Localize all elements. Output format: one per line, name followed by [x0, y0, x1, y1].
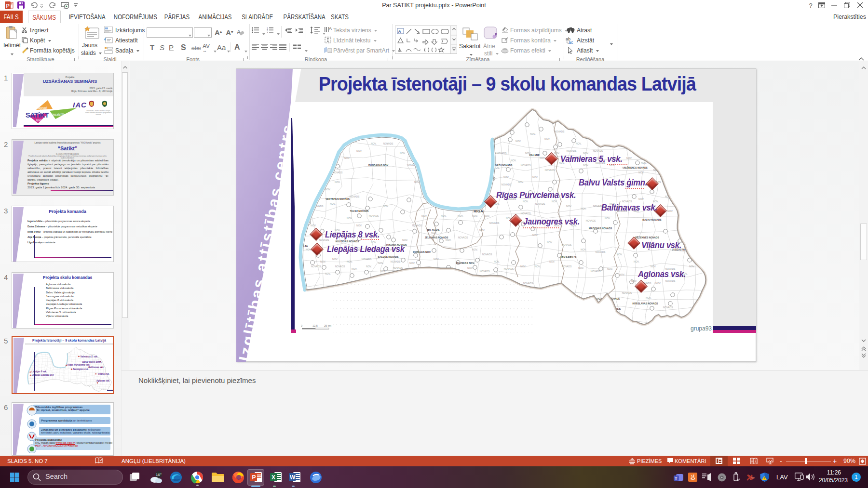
svg-text:NOVADS: NOVADS — [391, 260, 401, 263]
svg-text:NOV.: NOV. — [554, 152, 560, 155]
svg-text:3: 3 — [267, 31, 268, 34]
svg-text:NOVADS: NOVADS — [562, 265, 572, 268]
svg-text:NOV.: NOV. — [494, 260, 500, 263]
svg-text:DAUGAVPILS: DAUGAVPILS — [602, 307, 621, 310]
svg-text:NOV.: NOV. — [638, 198, 644, 200]
svg-text:RĒZEKNES NOVADS: RĒZEKNES NOVADS — [635, 236, 659, 239]
svg-text:NOV.: NOV. — [402, 238, 408, 241]
svg-text:NOV.: NOV. — [503, 176, 509, 179]
svg-text:12,5: 12,5 — [312, 324, 318, 327]
svg-text:NOV.: NOV. — [421, 214, 427, 217]
svg-text:NOVADS: NOVADS — [335, 265, 345, 268]
svg-text:NOVADS: NOVADS — [521, 212, 531, 215]
svg-text:NOV.: NOV. — [544, 137, 550, 140]
svg-text:NOVADS: NOVADS — [497, 152, 507, 155]
svg-text:BAUSKAS NOV.: BAUSKAS NOV. — [456, 262, 475, 264]
svg-text:NOV.: NOV. — [458, 214, 463, 217]
svg-text:10°: 10° — [156, 473, 162, 477]
svg-text:VALMIE: VALMIE — [529, 154, 540, 157]
svg-text:NOV.: NOV. — [356, 149, 362, 152]
svg-text:NOVADS: NOVADS — [555, 291, 565, 294]
svg-text:KULDĪGAS NOVADS: KULDĪGAS NOVADS — [336, 240, 359, 243]
svg-text:Liepājas Liedaga vsk: Liepājas Liedaga vsk — [32, 374, 54, 376]
svg-text:NOVADS: NOVADS — [311, 265, 321, 268]
svg-text:iesaistīties: iesaistīties — [53, 113, 68, 116]
svg-text:NOV.: NOV. — [547, 241, 553, 244]
svg-text:KRĀSLAVAS NOVADS: KRĀSLAVAS NOVADS — [633, 302, 658, 305]
svg-text:NOVADS: NOVADS — [586, 219, 596, 222]
svg-text:NOVADS: NOVADS — [412, 224, 422, 227]
svg-text:A: A — [237, 29, 241, 36]
svg-text:NOVADS: NOVADS — [545, 169, 555, 171]
svg-text:NOV.: NOV. — [479, 229, 485, 232]
svg-text:NOV.: NOV. — [496, 287, 502, 290]
svg-text:NOV.: NOV. — [472, 214, 478, 217]
svg-text:NOV.: NOV. — [347, 260, 353, 263]
svg-text:NOV.: NOV. — [352, 267, 357, 270]
svg-text:NOV.: NOV. — [366, 265, 372, 268]
svg-text:NOV.: NOV. — [638, 171, 644, 174]
svg-text:NOV.: NOV. — [641, 161, 647, 164]
svg-text:JELGAVA: JELGAVA — [426, 229, 440, 232]
svg-text:NOVADS: NOVADS — [480, 270, 490, 273]
svg-text:NOVADS: NOVADS — [502, 183, 512, 186]
svg-text:NOV.: NOV. — [573, 299, 579, 302]
svg-text:RĪGA: RĪGA — [474, 209, 483, 213]
svg-text:NOV.: NOV. — [520, 265, 526, 268]
svg-text:NOV.: NOV. — [383, 205, 389, 208]
svg-text:NOV.: NOV. — [467, 266, 473, 269]
svg-text:NOVADS: NOVADS — [521, 164, 531, 167]
svg-text:NOV.: NOV. — [434, 258, 439, 261]
svg-text:NOVADS: NOVADS — [489, 222, 500, 224]
svg-text:NOV.: NOV. — [409, 270, 415, 273]
svg-text:25 km: 25 km — [324, 324, 331, 327]
svg-text:NOV.: NOV. — [646, 296, 651, 299]
svg-text:Valmieras 5. vsk.: Valmieras 5. vsk. — [81, 356, 98, 358]
svg-text:NOV.: NOV. — [626, 157, 632, 159]
svg-text:VENTSPILS: VENTSPILS — [316, 158, 334, 161]
svg-text:NOV.: NOV. — [530, 132, 536, 135]
svg-text:NOV.: NOV. — [667, 210, 673, 212]
svg-text:VENTSPILS NOVADS: VENTSPILS NOVADS — [326, 198, 350, 200]
svg-text:NOVADS: NOVADS — [535, 202, 545, 205]
svg-text:NOVADS: NOVADS — [567, 149, 577, 152]
svg-text:NOVADS: NOVADS — [369, 214, 379, 217]
svg-text:NOVADS: NOVADS — [482, 253, 492, 256]
svg-text:NOVADS: NOVADS — [596, 251, 606, 253]
svg-text:X: X — [271, 474, 275, 481]
svg-text:NOV.: NOV. — [605, 217, 610, 220]
svg-text:W: W — [290, 474, 296, 481]
svg-text:NOVADS: NOVADS — [555, 130, 565, 133]
svg-text:NOV.: NOV. — [438, 270, 444, 273]
svg-text:NOV.: NOV. — [453, 272, 459, 275]
svg-text:MADONAS NOVADS: MADONAS NOVADS — [589, 227, 612, 230]
svg-text:A: A — [398, 29, 401, 34]
svg-text:0: 0 — [301, 324, 302, 327]
svg-text:Balvu Valsts ģimn.: Balvu Valsts ģimn. — [82, 360, 102, 363]
svg-text:NOV.: NOV. — [581, 207, 586, 210]
svg-text:NOV.: NOV. — [325, 188, 331, 191]
svg-text:NOV.: NOV. — [335, 181, 340, 184]
svg-text:NOV.: NOV. — [540, 157, 545, 159]
svg-text:izprast: izprast — [38, 106, 47, 110]
svg-text:NOV.: NOV. — [482, 284, 488, 287]
svg-text:NOVADS: NOVADS — [393, 266, 403, 269]
svg-text:NOV.: NOV. — [400, 152, 406, 155]
svg-text:NOVADS: NOVADS — [622, 291, 632, 294]
svg-text:NOV.: NOV. — [378, 262, 384, 264]
svg-text:JĒKABPILS: JĒKABPILS — [560, 256, 576, 259]
svg-text:NOV.: NOV. — [578, 266, 584, 269]
svg-text:NOV.: NOV. — [576, 142, 582, 145]
svg-text:Jaunogres vsk.: Jaunogres vsk. — [73, 368, 89, 370]
svg-text:NOVADS: NOVADS — [362, 258, 372, 261]
svg-text:NOVADS: NOVADS — [350, 195, 360, 198]
svg-text:NOV.: NOV. — [441, 214, 447, 217]
svg-text:TALSU NOVADS: TALSU NOVADS — [350, 210, 369, 212]
svg-text:NOV.: NOV. — [332, 258, 338, 261]
svg-text:NOV.: NOV. — [566, 205, 572, 208]
svg-text:NOV.: NOV. — [655, 282, 661, 285]
svg-text:DUNDAGAS NOV.: DUNDAGAS NOV. — [368, 164, 389, 167]
svg-text:BALVU NOVADS: BALVU NOVADS — [642, 218, 662, 221]
svg-text:Baltinavas vsk.: Baltinavas vsk. — [88, 366, 104, 369]
svg-text:NOV.: NOV. — [344, 157, 350, 159]
